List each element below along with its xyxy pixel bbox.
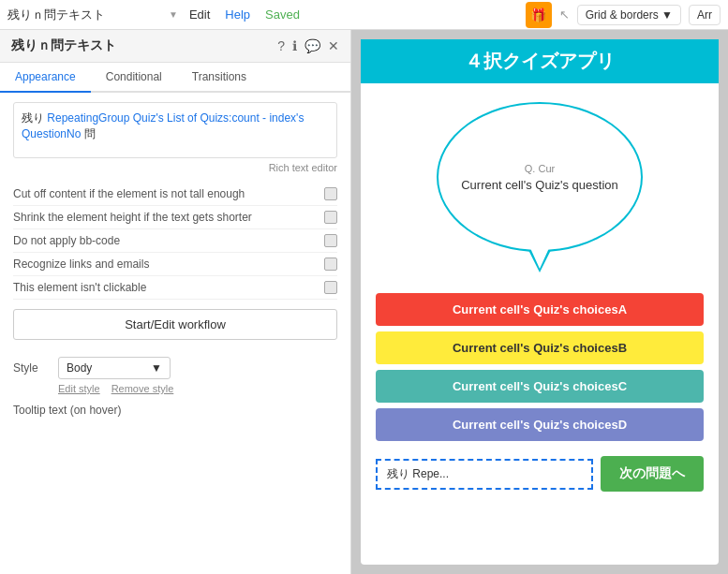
close-icon[interactable]: ✕ [328,38,339,53]
style-select[interactable]: Body ▼ [58,357,171,379]
tabs: Appearance Conditional Transitions [0,63,350,93]
style-label: Style [13,361,51,375]
question-body: Current cell's Quiz's question [461,178,618,192]
checkbox-input-5[interactable] [324,281,337,294]
quiz-header: ４択クイズアプリ [361,39,719,83]
choice-d-button[interactable]: Current cell's Quiz's choicesD [376,408,704,441]
checkbox-label-3: Do not apply bb-code [13,234,120,247]
style-dropdown-icon: ▼ [151,361,162,375]
workflow-button[interactable]: Start/Edit workflow [13,309,337,340]
rich-text-editor-label: Rich text editor [13,162,337,173]
gift-icon: 🎁 [530,7,546,22]
checkbox-row-4: Recognize links and emails [13,253,337,276]
checkbox-row-2: Shrink the element height if the text ge… [13,206,337,229]
checkbox-row-1: Cut off content if the element is not ta… [13,183,337,206]
top-bar: 残りｎ問テキスト ▼ Edit Help Saved 🎁 ↖ Grid & bo… [0,0,728,30]
tab-transitions[interactable]: Transitions [177,63,261,93]
main-layout: 残りｎ問テキスト ? ℹ 💬 ✕ Appearance Conditional … [0,30,728,574]
rich-text-dynamic: RepeatingGroup Quiz's List of Quizs:coun… [22,111,304,140]
tab-appearance[interactable]: Appearance [0,63,91,93]
style-value: Body [67,361,92,375]
quiz-preview: ４択クイズアプリ Q. Cur Current cell's Quiz's qu… [361,39,719,565]
help-menu[interactable]: Help [225,7,250,22]
next-question-button[interactable]: 次の問題へ [601,456,704,492]
rich-text-area[interactable]: 残り RepeatingGroup Quiz's List of Quizs:c… [13,102,337,158]
rich-text-prefix: 残り [22,111,44,125]
checkbox-list: Cut off content if the element is not ta… [13,183,337,300]
checkbox-input-2[interactable] [324,211,337,224]
dropdown-arrow-icon[interactable]: ▼ [169,9,178,20]
tab-conditional[interactable]: Conditional [91,63,177,93]
info-icon[interactable]: ℹ [292,38,297,53]
edit-style-link[interactable]: Edit style [58,383,100,394]
checkbox-label-4: Recognize links and emails [13,258,149,271]
top-bar-menu: Edit Help Saved [189,7,300,22]
checkbox-label-1: Cut off content if the element is not ta… [13,187,245,200]
top-bar-right: 🎁 ↖ Grid & borders ▼ Arr [526,2,721,28]
checkbox-row-5: This element isn't clickable [13,276,337,300]
saved-status: Saved [265,7,300,22]
checkbox-input-1[interactable] [324,187,337,200]
canvas-area: ４択クイズアプリ Q. Cur Current cell's Quiz's qu… [351,30,728,574]
style-row: Style Body ▼ [13,357,337,379]
speech-bubble: Q. Cur Current cell's Quiz's question [437,102,643,252]
remaining-text: 残り Repe... [387,467,449,480]
rich-text-suffix: 問 [84,127,96,140]
arr-label: Arr [697,8,712,22]
choices-area: Current cell's Quiz's choicesA Current c… [361,286,719,449]
choice-a-button[interactable]: Current cell's Quiz's choicesA [376,293,704,326]
checkbox-label-2: Shrink the element height if the text ge… [13,211,252,224]
grid-borders-label: Grid & borders [586,8,659,22]
tooltip-row: Tooltip text (on hover) [13,404,337,417]
remove-style-link[interactable]: Remove style [111,383,174,394]
help-icon[interactable]: ? [277,38,285,53]
checkbox-input-4[interactable] [324,258,337,271]
cursor-icon: ↖ [559,7,570,22]
checkbox-input-3[interactable] [324,234,337,247]
bottom-row: 残り Repe... 次の問題へ [361,449,719,499]
tooltip-label: Tooltip text (on hover) [13,404,121,417]
left-panel: 残りｎ問テキスト ? ℹ 💬 ✕ Appearance Conditional … [0,30,351,574]
style-links: Edit style Remove style [13,383,337,394]
edit-menu[interactable]: Edit [189,7,210,22]
quiz-question-area: Q. Cur Current cell's Quiz's question [361,83,719,271]
panel-content: 残り RepeatingGroup Quiz's List of Quizs:c… [0,93,350,574]
panel-title: 残りｎ問テキスト [11,37,116,54]
gift-button[interactable]: 🎁 [526,2,552,28]
arr-button[interactable]: Arr [689,5,721,25]
checkbox-label-5: This element isn't clickable [13,281,146,294]
grid-borders-button[interactable]: Grid & borders ▼ [577,5,681,25]
question-prefix: Q. Cur [525,163,555,174]
top-bar-title: 残りｎ問テキスト [7,7,157,23]
choice-c-button[interactable]: Current cell's Quiz's choicesC [376,370,704,403]
grid-borders-arrow-icon: ▼ [661,8,673,22]
comment-icon[interactable]: 💬 [305,38,320,53]
checkbox-row-3: Do not apply bb-code [13,229,337,253]
panel-header: 残りｎ問テキスト ? ℹ 💬 ✕ [0,30,350,63]
remaining-box[interactable]: 残り Repe... [376,459,593,490]
panel-icons: ? ℹ 💬 ✕ [277,38,339,53]
choice-b-button[interactable]: Current cell's Quiz's choicesB [376,331,704,364]
